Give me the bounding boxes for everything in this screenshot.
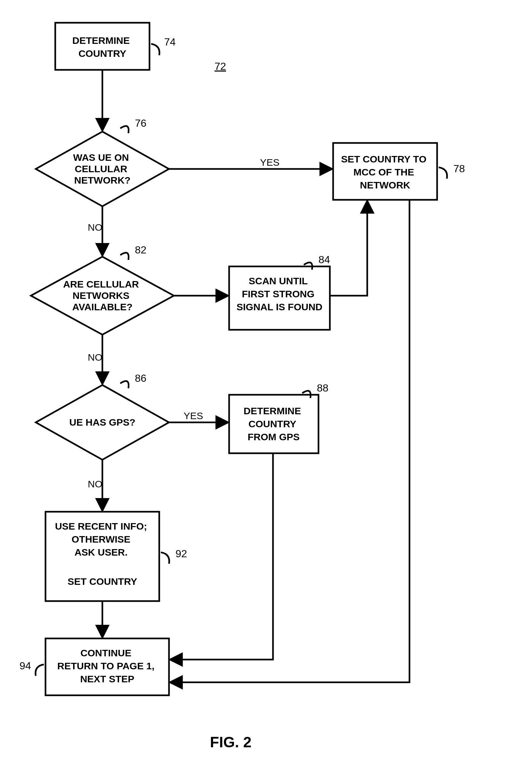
edge-86-88-label: YES	[184, 410, 203, 421]
svg-rect-0	[55, 23, 149, 70]
node-84: SCAN UNTIL FIRST STRONG SIGNAL IS FOUND …	[229, 254, 330, 330]
node-78: SET COUNTRY TO MCC OF THE NETWORK 78	[333, 143, 465, 200]
ref-84: 84	[318, 254, 330, 265]
node-92: USE RECENT INFO; OTHERWISE ASK USER. SET…	[46, 512, 187, 601]
flowchart: 72 DETERMINE COUNTRY 74 WAS UE ON CELLUL…	[0, 0, 532, 784]
edge-84-78	[330, 201, 367, 296]
edge-86-92-label: NO	[88, 479, 102, 489]
ref-76: 76	[135, 117, 146, 129]
node-76: WAS UE ON CELLULAR NETWORK? 76	[36, 117, 169, 206]
ref-92: 92	[175, 548, 187, 559]
svg-text:ARE CELLULAR
      NETWORKS
  : ARE CELLULAR NETWORKS AVAILABLE?	[63, 279, 142, 312]
svg-text:DETERMINE
      COUNTRY
      : DETERMINE COUNTRY FROM GPS	[244, 405, 304, 442]
ref-74: 74	[164, 36, 176, 48]
edge-82-86-label: NO	[88, 352, 102, 363]
svg-text:SCAN UNTIL
      FIRST STRONG
: SCAN UNTIL FIRST STRONG SIGNAL IS FOUND	[236, 276, 323, 312]
figure-label: FIG. 2	[210, 734, 252, 751]
edge-76-78-label: YES	[260, 157, 279, 168]
node-94: CONTINUE RETURN TO PAGE 1, NEXT STEP 94	[20, 639, 169, 695]
ref-78: 78	[453, 163, 465, 174]
edge-76-82-label: NO	[88, 222, 102, 233]
ref-88: 88	[317, 382, 329, 394]
ref-82: 82	[135, 244, 146, 256]
node-74: DETERMINE COUNTRY 74	[55, 23, 176, 70]
node-88: DETERMINE COUNTRY FROM GPS 88	[229, 382, 329, 453]
ref-diagram: 72	[215, 60, 226, 72]
svg-text:WAS UE ON
      CELLULAR
     : WAS UE ON CELLULAR NETWORK?	[73, 152, 132, 186]
node-86: UE HAS GPS? 86	[36, 372, 169, 460]
ref-86: 86	[135, 372, 146, 384]
node-82: ARE CELLULAR NETWORKS AVAILABLE? 82	[31, 244, 174, 335]
ref-94: 94	[20, 660, 31, 672]
svg-text:UE HAS GPS?: UE HAS GPS?	[69, 417, 135, 427]
